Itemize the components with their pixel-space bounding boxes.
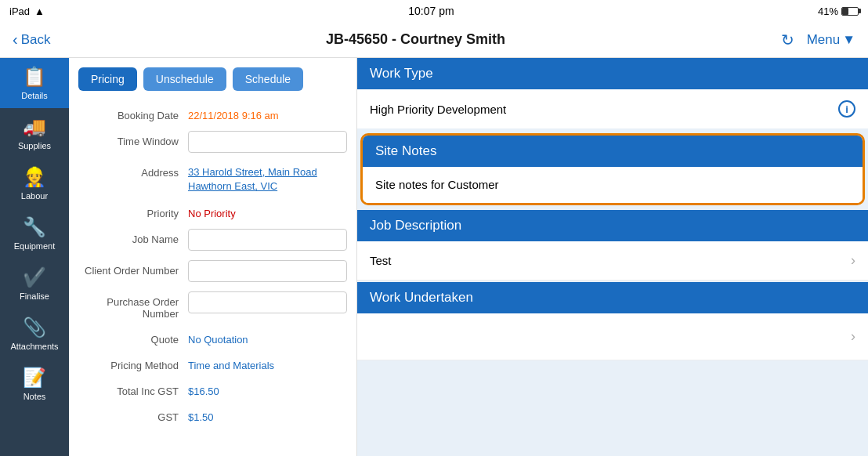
pricing-method-label: Pricing Method xyxy=(78,355,188,371)
total-gst-label: Total Inc GST xyxy=(78,381,188,397)
sidebar: 📋 Details 🚚 Supplies 👷 Labour 🔧 Equipmen… xyxy=(0,58,69,456)
priority-label: Priority xyxy=(78,203,188,219)
sidebar-attachments-label: Attachments xyxy=(10,342,58,351)
pricing-method-row: Pricing Method Time and Materials xyxy=(69,350,356,376)
sidebar-notes-label: Notes xyxy=(24,392,46,401)
device-label: iPad xyxy=(9,5,30,17)
schedule-button[interactable]: Schedule xyxy=(233,67,303,91)
priority-value: No Priority xyxy=(188,203,236,219)
labour-icon: 👷 xyxy=(23,166,46,188)
top-buttons: Pricing Unschedule Schedule xyxy=(69,67,356,100)
total-gst-value: $16.50 xyxy=(188,381,219,397)
status-bar: iPad ▲ 10:07 pm 41% xyxy=(0,0,868,22)
booking-date-label: Booking Date xyxy=(78,105,188,121)
sidebar-item-supplies[interactable]: 🚚 Supplies xyxy=(0,108,69,158)
nav-bar: ‹ Back JB-45650 - Courtney Smith ↻ Menu … xyxy=(0,22,868,58)
gst-row: GST $1.50 xyxy=(69,402,356,428)
sidebar-item-equipment[interactable]: 🔧 Equipment xyxy=(0,208,69,259)
finalise-icon: ✔️ xyxy=(23,266,46,288)
client-order-label: Client Order Number xyxy=(78,260,188,277)
address-row: Address 33 Harold Street, Main RoadHawth… xyxy=(69,157,356,198)
sidebar-item-attachments[interactable]: 📎 Attachments xyxy=(0,309,69,359)
sidebar-item-details[interactable]: 📋 Details xyxy=(0,58,69,108)
status-bar-right: 41% xyxy=(818,5,859,17)
content-area: Pricing Unschedule Schedule Booking Date… xyxy=(69,58,868,456)
job-desc-value: Test xyxy=(370,254,392,267)
sidebar-equipment-label: Equipment xyxy=(14,241,56,251)
attachments-icon: 📎 xyxy=(23,317,46,338)
chevron-left-icon: ‹ xyxy=(13,31,18,49)
sidebar-finalise-label: Finalise xyxy=(20,291,49,301)
work-type-row: High Priority Development i xyxy=(357,89,868,128)
job-name-row: Job Name xyxy=(69,224,356,255)
nav-right: ↻ Menu ▼ xyxy=(781,31,855,49)
pricing-button[interactable]: Pricing xyxy=(78,67,137,91)
time-window-input[interactable] xyxy=(188,131,347,153)
menu-chevron-icon: ▼ xyxy=(842,32,855,48)
details-icon: 📋 xyxy=(23,66,46,88)
booking-date-row: Booking Date 22/11/2018 9:16 am xyxy=(69,100,356,126)
back-button[interactable]: ‹ Back xyxy=(13,31,50,49)
main-layout: 📋 Details 🚚 Supplies 👷 Labour 🔧 Equipmen… xyxy=(0,58,868,456)
quote-label: Quote xyxy=(78,329,188,346)
work-undertaken-chevron-icon: › xyxy=(851,328,855,345)
work-type-header: Work Type xyxy=(357,58,868,89)
page-title: JB-45650 - Courtney Smith xyxy=(326,31,505,48)
wifi-icon: ▲ xyxy=(34,5,45,17)
sidebar-details-label: Details xyxy=(21,91,48,100)
quote-row: Quote No Quotation xyxy=(69,324,356,350)
battery-icon xyxy=(841,7,859,16)
sidebar-labour-label: Labour xyxy=(21,191,48,201)
client-order-input[interactable] xyxy=(188,260,347,282)
work-type-value: High Priority Development xyxy=(370,103,506,116)
unschedule-button[interactable]: Unschedule xyxy=(143,67,226,91)
sidebar-item-labour[interactable]: 👷 Labour xyxy=(0,158,69,208)
job-name-label: Job Name xyxy=(78,229,188,245)
battery-percent: 41% xyxy=(818,5,838,17)
supplies-icon: 🚚 xyxy=(23,116,46,138)
info-icon[interactable]: i xyxy=(838,100,855,118)
equipment-icon: 🔧 xyxy=(23,216,46,238)
sidebar-supplies-label: Supplies xyxy=(18,141,51,150)
refresh-button[interactable]: ↻ xyxy=(781,31,794,49)
address-label: Address xyxy=(78,162,188,179)
work-undertaken-row[interactable]: › xyxy=(357,313,868,360)
purchase-order-label: Purchase Order Number xyxy=(78,291,188,320)
gst-label: GST xyxy=(78,407,188,423)
work-undertaken-header: Work Undertaken xyxy=(357,282,868,313)
status-bar-left: iPad ▲ xyxy=(9,5,45,17)
job-name-input[interactable] xyxy=(188,229,347,251)
total-gst-row: Total Inc GST $16.50 xyxy=(69,376,356,402)
site-notes-container: Site Notes Site notes for Customer xyxy=(360,133,865,205)
site-notes-header: Site Notes xyxy=(363,136,863,167)
sidebar-item-finalise[interactable]: ✔️ Finalise xyxy=(0,259,69,309)
quote-value: No Quotation xyxy=(188,329,248,346)
job-desc-header: Job Description xyxy=(357,210,868,241)
job-desc-row[interactable]: Test › xyxy=(357,241,868,280)
time-display: 10:07 pm xyxy=(408,5,454,17)
time-window-row: Time Window xyxy=(69,126,356,157)
right-panel: Work Type High Priority Development i Si… xyxy=(357,58,868,456)
back-label: Back xyxy=(21,32,51,48)
left-panel: Pricing Unschedule Schedule Booking Date… xyxy=(69,58,357,456)
purchase-order-input[interactable] xyxy=(188,291,347,313)
menu-label: Menu xyxy=(807,32,841,48)
time-window-label: Time Window xyxy=(78,131,188,147)
site-notes-value: Site notes for Customer xyxy=(375,178,499,191)
priority-row: Priority No Priority xyxy=(69,198,356,224)
site-notes-content: Site notes for Customer xyxy=(363,167,863,203)
booking-date-value: 22/11/2018 9:16 am xyxy=(188,105,279,121)
purchase-order-row: Purchase Order Number xyxy=(69,287,356,324)
gst-value: $1.50 xyxy=(188,407,214,423)
notes-icon: 📝 xyxy=(23,367,46,389)
sidebar-item-notes[interactable]: 📝 Notes xyxy=(0,359,69,409)
client-order-row: Client Order Number xyxy=(69,255,356,287)
pricing-method-value: Time and Materials xyxy=(188,355,274,371)
address-value[interactable]: 33 Harold Street, Main RoadHawthorn East… xyxy=(188,162,317,194)
menu-button[interactable]: Menu ▼ xyxy=(807,32,855,48)
job-desc-chevron-icon: › xyxy=(851,252,855,269)
